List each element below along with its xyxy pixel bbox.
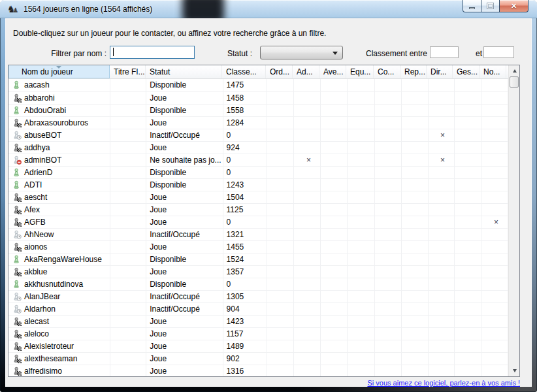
- filter-status-dropdown[interactable]: [260, 46, 343, 59]
- close-button[interactable]: ✕: [499, 0, 529, 12]
- equ-mark-cell: [348, 240, 375, 253]
- table-row[interactable]: AldarhonInactif/Occupé904: [8, 302, 508, 315]
- statut-cell: Disponible: [146, 166, 223, 178]
- ord-mark-cell: [267, 203, 293, 216]
- column-header-co[interactable]: Co...: [374, 65, 400, 78]
- player-name-cell: abuseBOT: [8, 129, 110, 141]
- table-row[interactable]: aionosJoue1455: [8, 240, 508, 253]
- rep-mark-cell: [402, 166, 428, 178]
- column-header-dir[interactable]: Dir...: [427, 65, 453, 78]
- minimize-button[interactable]: [463, 0, 481, 12]
- co-mark-cell: [375, 141, 402, 154]
- co-mark-cell: [375, 166, 402, 178]
- column-header-classement[interactable]: Classe...: [222, 65, 266, 78]
- ges-mark-cell: [454, 315, 481, 327]
- table-row[interactable]: alfredisimoJoue1316: [8, 365, 508, 376]
- ave-mark-cell: [321, 327, 348, 340]
- table-row[interactable]: alelocoJoue1157: [8, 327, 508, 340]
- table-row[interactable]: alextheseamanJoue902: [8, 352, 508, 365]
- classement-cell: 1558: [223, 104, 267, 116]
- ord-mark-cell: [267, 340, 293, 352]
- table-row[interactable]: AlexisletroteurJoue1489: [8, 340, 508, 352]
- table-row[interactable]: ADTIDisponible1243: [8, 178, 508, 191]
- player-name-cell: addhya: [8, 141, 110, 154]
- equ-mark-cell: [348, 253, 375, 265]
- vertical-scrollbar[interactable]: [508, 65, 519, 376]
- column-header-equ[interactable]: Equ...: [346, 65, 374, 78]
- column-header-statut[interactable]: Statut: [146, 65, 222, 78]
- table-row[interactable]: AbraxasouroburosJoue1284: [8, 116, 508, 129]
- table-row[interactable]: alecastJoue1423: [8, 315, 508, 327]
- ges-mark-cell: [454, 228, 481, 240]
- titre-cell: [110, 228, 146, 240]
- player-name-cell: akkhusnutdinova: [8, 278, 110, 290]
- table-row[interactable]: abbarohiJoue1458: [8, 91, 508, 104]
- table-row[interactable]: adminBOTNe souhaite pas jo...0××: [8, 154, 508, 166]
- no-mark-cell: [481, 290, 508, 302]
- column-header-name[interactable]: Nom du joueur: [8, 65, 110, 78]
- co-mark-cell: [375, 240, 402, 253]
- column-header-rep[interactable]: Rep...: [400, 65, 427, 78]
- table-row[interactable]: aacashDisponible1475: [8, 79, 508, 91]
- pawn-playing-icon: [12, 93, 22, 103]
- pawn-playing-icon: [12, 329, 22, 338]
- table-row[interactable]: AhNeowInactif/Occupé1321: [8, 228, 508, 240]
- column-header-ad[interactable]: Ad...: [293, 65, 319, 78]
- no-mark-cell: [481, 203, 508, 216]
- table-row[interactable]: akblueJoue1357: [8, 265, 508, 278]
- ave-mark-cell: [321, 104, 348, 116]
- rep-mark-cell: [402, 104, 428, 116]
- player-name-cell: AkaRengaWareHouse: [8, 253, 110, 265]
- table-row[interactable]: addhyaJoue924: [8, 141, 508, 154]
- ad-mark-cell: [293, 91, 320, 104]
- column-header-ord[interactable]: Ord...: [266, 65, 293, 78]
- column-header-ave[interactable]: Ave...: [319, 65, 346, 78]
- table-row[interactable]: AGFBJoue0×: [8, 216, 508, 228]
- table-row[interactable]: abuseBOTInactif/Occupé0×: [8, 129, 508, 141]
- classement-cell: 1157: [223, 327, 267, 340]
- maximize-button[interactable]: [481, 0, 499, 12]
- filter-name-input[interactable]: [110, 46, 195, 59]
- dir-mark-cell: [428, 265, 454, 278]
- filter-and-label: et: [476, 49, 482, 58]
- table-row[interactable]: AkaRengaWareHouseDisponible1524: [8, 253, 508, 265]
- classement-cell: 1455: [223, 240, 267, 253]
- table-row[interactable]: akkhusnutdinovaDisponible0: [8, 278, 508, 290]
- pawn-available-icon: [12, 80, 22, 90]
- rep-mark-cell: [402, 203, 428, 216]
- pawn-playing-icon: [12, 118, 22, 127]
- scrollbar-thumb[interactable]: [510, 76, 519, 88]
- player-name: AhNeow: [24, 230, 54, 239]
- dir-mark-cell: [428, 203, 454, 216]
- share-link[interactable]: Si vous aimez ce logiciel, parlez-en à v…: [367, 379, 520, 387]
- co-mark-cell: [375, 365, 402, 376]
- table-row[interactable]: AdrienDDisponible0: [8, 166, 508, 178]
- column-header-ges[interactable]: Ges...: [453, 65, 480, 78]
- column-header-no[interactable]: No...: [480, 65, 506, 78]
- table-row[interactable]: AfexJoue1125: [8, 203, 508, 216]
- player-name-cell: alextheseaman: [8, 352, 110, 365]
- titre-cell: [110, 240, 146, 253]
- ad-mark-cell: [293, 240, 320, 253]
- titlebar[interactable]: ♞♟ 1564 joueurs en ligne (1564 affichés): [0, 0, 537, 18]
- rating-min-input[interactable]: [430, 46, 459, 58]
- pawn-playing-icon: [12, 354, 22, 363]
- rep-mark-cell: [402, 240, 428, 253]
- ord-mark-cell: [267, 228, 293, 240]
- rep-mark-cell: [402, 352, 428, 365]
- rating-max-input[interactable]: [483, 46, 514, 58]
- titre-cell: [110, 290, 146, 302]
- scroll-down-button[interactable]: [509, 365, 520, 376]
- column-header-label: Rep...: [404, 67, 425, 76]
- titre-cell: [110, 191, 146, 203]
- table-row[interactable]: AbdouOrabiDisponible1558: [8, 104, 508, 116]
- equ-mark-cell: [348, 154, 375, 166]
- no-mark-cell: [481, 340, 508, 352]
- table-row[interactable]: aeschtJoue1504: [8, 191, 508, 203]
- scroll-up-button[interactable]: [509, 65, 520, 76]
- ges-mark-cell: [454, 302, 481, 315]
- table-row[interactable]: AlanJBearInactif/Occupé1305: [8, 290, 508, 302]
- classement-cell: 1489: [223, 340, 267, 352]
- column-header-titre[interactable]: Titre FI...: [110, 65, 146, 78]
- player-name: abbarohi: [24, 93, 55, 103]
